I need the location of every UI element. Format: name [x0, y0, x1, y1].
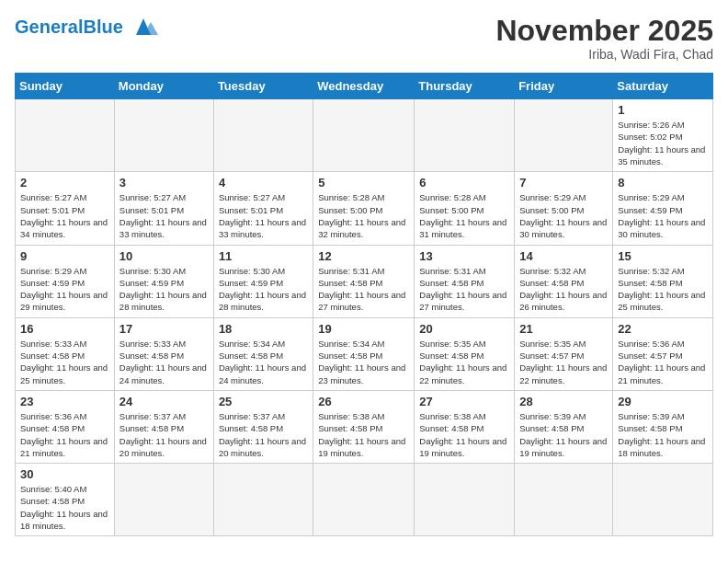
day-info: Sunrise: 5:34 AM Sunset: 4:58 PM Dayligh…	[219, 338, 308, 386]
calendar-day-cell	[114, 464, 213, 536]
calendar-day-cell: 1Sunrise: 5:26 AM Sunset: 5:02 PM Daylig…	[613, 99, 713, 172]
day-info: Sunrise: 5:40 AM Sunset: 4:58 PM Dayligh…	[20, 483, 109, 532]
day-number: 23	[20, 395, 109, 408]
day-number: 27	[419, 395, 509, 408]
calendar-day-cell	[313, 99, 415, 172]
logo-text: GeneralBlue	[15, 17, 123, 36]
day-info: Sunrise: 5:29 AM Sunset: 4:59 PM Dayligh…	[618, 191, 708, 240]
calendar-day-cell: 6Sunrise: 5:28 AM Sunset: 5:00 PM Daylig…	[415, 172, 515, 245]
day-number: 1	[618, 103, 708, 117]
day-info: Sunrise: 5:32 AM Sunset: 4:58 PM Dayligh…	[618, 265, 708, 314]
day-number: 11	[219, 249, 308, 263]
calendar-day-cell: 18Sunrise: 5:34 AM Sunset: 4:58 PM Dayli…	[213, 317, 313, 390]
calendar-day-cell: 2Sunrise: 5:27 AM Sunset: 5:01 PM Daylig…	[16, 172, 115, 245]
calendar-day-cell: 13Sunrise: 5:31 AM Sunset: 4:58 PM Dayli…	[415, 245, 515, 317]
day-info: Sunrise: 5:35 AM Sunset: 4:57 PM Dayligh…	[519, 338, 608, 386]
day-info: Sunrise: 5:34 AM Sunset: 4:58 PM Dayligh…	[318, 338, 409, 386]
logo-blue: Blue	[83, 17, 122, 37]
calendar-day-cell	[415, 464, 515, 536]
calendar-day-cell: 3Sunrise: 5:27 AM Sunset: 5:01 PM Daylig…	[114, 172, 213, 245]
day-number: 26	[318, 395, 409, 408]
day-number: 28	[519, 395, 608, 408]
day-number: 19	[318, 322, 409, 336]
day-number: 4	[219, 176, 308, 190]
location: Iriba, Wadi Fira, Chad	[495, 47, 713, 62]
weekday-header: Monday	[114, 74, 213, 99]
day-info: Sunrise: 5:38 AM Sunset: 4:58 PM Dayligh…	[318, 410, 409, 459]
day-info: Sunrise: 5:28 AM Sunset: 5:00 PM Dayligh…	[419, 191, 509, 240]
day-info: Sunrise: 5:32 AM Sunset: 4:58 PM Dayligh…	[519, 265, 608, 314]
day-number: 10	[119, 249, 209, 263]
day-number: 7	[519, 176, 608, 190]
calendar-table: SundayMondayTuesdayWednesdayThursdayFrid…	[15, 73, 713, 536]
day-info: Sunrise: 5:28 AM Sunset: 5:00 PM Dayligh…	[318, 191, 409, 240]
calendar-day-cell: 25Sunrise: 5:37 AM Sunset: 4:58 PM Dayli…	[213, 390, 313, 463]
day-number: 9	[20, 249, 109, 263]
calendar-day-cell: 24Sunrise: 5:37 AM Sunset: 4:58 PM Dayli…	[114, 390, 213, 463]
calendar-day-cell: 4Sunrise: 5:27 AM Sunset: 5:01 PM Daylig…	[213, 172, 313, 245]
day-info: Sunrise: 5:29 AM Sunset: 4:59 PM Dayligh…	[20, 265, 109, 314]
calendar-header-row: SundayMondayTuesdayWednesdayThursdayFrid…	[16, 74, 713, 99]
calendar-day-cell: 5Sunrise: 5:28 AM Sunset: 5:00 PM Daylig…	[313, 172, 415, 245]
day-info: Sunrise: 5:29 AM Sunset: 5:00 PM Dayligh…	[519, 191, 608, 240]
calendar-day-cell: 14Sunrise: 5:32 AM Sunset: 4:58 PM Dayli…	[515, 245, 613, 317]
day-number: 3	[119, 176, 209, 190]
calendar-week-row: 9Sunrise: 5:29 AM Sunset: 4:59 PM Daylig…	[16, 245, 713, 317]
calendar-day-cell: 26Sunrise: 5:38 AM Sunset: 4:58 PM Dayli…	[313, 390, 415, 463]
day-info: Sunrise: 5:36 AM Sunset: 4:57 PM Dayligh…	[618, 338, 708, 386]
weekday-header: Tuesday	[213, 74, 313, 99]
day-number: 2	[20, 176, 109, 190]
weekday-header: Saturday	[613, 74, 713, 99]
day-number: 12	[318, 249, 409, 263]
calendar-day-cell	[515, 99, 613, 172]
weekday-header: Sunday	[16, 74, 115, 99]
calendar-week-row: 23Sunrise: 5:36 AM Sunset: 4:58 PM Dayli…	[16, 390, 713, 463]
month-title: November 2025	[495, 15, 713, 47]
calendar-day-cell	[114, 99, 213, 172]
weekday-header: Wednesday	[313, 74, 415, 99]
logo-general: General	[15, 17, 83, 37]
calendar-day-cell: 29Sunrise: 5:39 AM Sunset: 4:58 PM Dayli…	[613, 390, 713, 463]
calendar-day-cell: 9Sunrise: 5:29 AM Sunset: 4:59 PM Daylig…	[16, 245, 115, 317]
day-number: 21	[519, 322, 608, 336]
day-number: 14	[519, 249, 608, 263]
day-number: 5	[318, 176, 409, 190]
day-info: Sunrise: 5:30 AM Sunset: 4:59 PM Dayligh…	[219, 265, 308, 314]
day-number: 17	[119, 322, 209, 336]
calendar-day-cell: 28Sunrise: 5:39 AM Sunset: 4:58 PM Dayli…	[515, 390, 613, 463]
calendar-day-cell: 16Sunrise: 5:33 AM Sunset: 4:58 PM Dayli…	[16, 317, 115, 390]
calendar-week-row: 1Sunrise: 5:26 AM Sunset: 5:02 PM Daylig…	[16, 99, 713, 172]
day-info: Sunrise: 5:37 AM Sunset: 4:58 PM Dayligh…	[119, 410, 209, 459]
page-header: GeneralBlue November 2025 Iriba, Wadi Fi…	[15, 15, 713, 62]
day-info: Sunrise: 5:27 AM Sunset: 5:01 PM Dayligh…	[119, 191, 209, 240]
day-info: Sunrise: 5:36 AM Sunset: 4:58 PM Dayligh…	[20, 410, 109, 459]
logo: GeneralBlue	[15, 15, 160, 39]
calendar-day-cell: 10Sunrise: 5:30 AM Sunset: 4:59 PM Dayli…	[114, 245, 213, 317]
calendar-day-cell	[515, 464, 613, 536]
calendar-day-cell: 17Sunrise: 5:33 AM Sunset: 4:58 PM Dayli…	[114, 317, 213, 390]
day-info: Sunrise: 5:31 AM Sunset: 4:58 PM Dayligh…	[318, 265, 409, 314]
calendar-day-cell: 23Sunrise: 5:36 AM Sunset: 4:58 PM Dayli…	[16, 390, 115, 463]
day-number: 29	[618, 395, 708, 408]
calendar-day-cell: 8Sunrise: 5:29 AM Sunset: 4:59 PM Daylig…	[613, 172, 713, 245]
title-block: November 2025 Iriba, Wadi Fira, Chad	[495, 15, 713, 62]
day-number: 20	[419, 322, 509, 336]
day-info: Sunrise: 5:33 AM Sunset: 4:58 PM Dayligh…	[119, 338, 209, 386]
day-info: Sunrise: 5:38 AM Sunset: 4:58 PM Dayligh…	[419, 410, 509, 459]
calendar-week-row: 16Sunrise: 5:33 AM Sunset: 4:58 PM Dayli…	[16, 317, 713, 390]
day-number: 16	[20, 322, 109, 336]
day-info: Sunrise: 5:27 AM Sunset: 5:01 PM Dayligh…	[20, 191, 109, 240]
calendar-day-cell	[613, 464, 713, 536]
calendar-day-cell: 19Sunrise: 5:34 AM Sunset: 4:58 PM Dayli…	[313, 317, 415, 390]
calendar-day-cell: 21Sunrise: 5:35 AM Sunset: 4:57 PM Dayli…	[515, 317, 613, 390]
day-number: 24	[119, 395, 209, 408]
weekday-header: Friday	[515, 74, 613, 99]
day-info: Sunrise: 5:26 AM Sunset: 5:02 PM Dayligh…	[618, 119, 708, 167]
calendar-day-cell: 12Sunrise: 5:31 AM Sunset: 4:58 PM Dayli…	[313, 245, 415, 317]
calendar-day-cell: 11Sunrise: 5:30 AM Sunset: 4:59 PM Dayli…	[213, 245, 313, 317]
day-number: 8	[618, 176, 708, 190]
day-number: 6	[419, 176, 509, 190]
calendar-day-cell	[213, 99, 313, 172]
calendar-day-cell	[16, 99, 115, 172]
day-info: Sunrise: 5:33 AM Sunset: 4:58 PM Dayligh…	[20, 338, 109, 386]
